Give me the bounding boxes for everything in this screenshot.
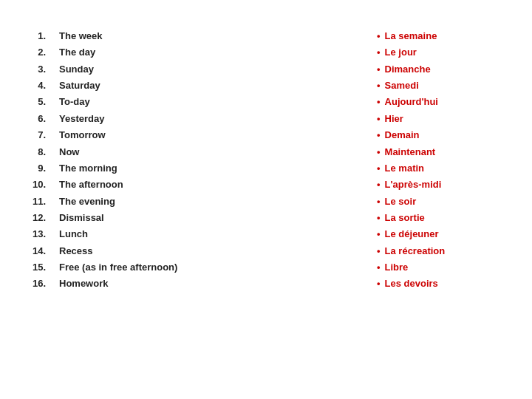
- french-text: Le soir: [385, 194, 417, 210]
- french-term: •Samedi: [377, 78, 510, 94]
- english-term: Now: [59, 144, 177, 160]
- english-term: Lunch: [59, 226, 177, 242]
- page: 1.2.3.4.5.6.7.8.9.10.11.12.13.14.15.16. …: [0, 0, 532, 399]
- english-column: The weekThe daySundaySaturdayTo-dayYeste…: [59, 28, 177, 293]
- bullet-icon: •: [377, 243, 381, 259]
- french-text: Le jour: [385, 44, 417, 61]
- french-text: Les devoirs: [385, 276, 438, 292]
- french-term: •Dimanche: [377, 61, 510, 78]
- number-item: 12.: [22, 210, 46, 226]
- left-column: 1.2.3.4.5.6.7.8.9.10.11.12.13.14.15.16. …: [22, 28, 347, 293]
- number-item: 15.: [22, 259, 46, 276]
- english-term: The day: [59, 44, 177, 61]
- french-column: •La semaine•Le jour•Dimanche•Samedi•Aujo…: [377, 28, 510, 293]
- number-item: 6.: [22, 111, 46, 127]
- french-term: •L'après-midi: [377, 177, 510, 193]
- content-area: 1.2.3.4.5.6.7.8.9.10.11.12.13.14.15.16. …: [22, 28, 510, 293]
- number-item: 16.: [22, 276, 46, 292]
- english-term: To-day: [59, 94, 177, 110]
- french-text: Libre: [385, 259, 409, 276]
- french-term: •La semaine: [377, 28, 510, 44]
- number-item: 2.: [22, 44, 46, 61]
- bullet-icon: •: [377, 194, 381, 210]
- french-term: •La récreation: [377, 243, 510, 259]
- number-item: 9.: [22, 160, 46, 177]
- french-text: La sortie: [385, 210, 425, 226]
- french-text: Demain: [385, 127, 420, 143]
- french-text: Le matin: [385, 160, 424, 177]
- french-text: Hier: [385, 111, 403, 127]
- bullet-icon: •: [377, 111, 381, 127]
- french-term: •Demain: [377, 127, 510, 143]
- french-term: •Maintenant: [377, 144, 510, 160]
- french-text: L'après-midi: [385, 177, 442, 193]
- english-term: Saturday: [59, 78, 177, 94]
- number-item: 14.: [22, 243, 46, 259]
- english-term: The week: [59, 28, 177, 44]
- french-text: La semaine: [385, 28, 437, 44]
- english-term: Recess: [59, 243, 177, 259]
- number-item: 13.: [22, 226, 46, 242]
- french-text: Maintenant: [385, 144, 436, 160]
- number-item: 10.: [22, 177, 46, 193]
- french-term: •Hier: [377, 111, 510, 127]
- bullet-icon: •: [377, 127, 381, 143]
- number-item: 11.: [22, 194, 46, 210]
- bullet-icon: •: [377, 144, 381, 160]
- french-term: •Le déjeuner: [377, 226, 510, 242]
- bullet-icon: •: [377, 160, 381, 177]
- number-item: 1.: [22, 28, 46, 44]
- english-term: Sunday: [59, 61, 177, 78]
- bullet-icon: •: [377, 44, 381, 61]
- english-term: The afternoon: [59, 177, 177, 193]
- french-term: •Le matin: [377, 160, 510, 177]
- bullet-icon: •: [377, 259, 381, 276]
- french-term: •Les devoirs: [377, 276, 510, 292]
- bullet-icon: •: [377, 28, 381, 44]
- english-term: Yesterday: [59, 111, 177, 127]
- french-text: Samedi: [385, 78, 419, 94]
- english-term: Tomorrow: [59, 127, 177, 143]
- bullet-icon: •: [377, 177, 381, 193]
- numbers-column: 1.2.3.4.5.6.7.8.9.10.11.12.13.14.15.16.: [22, 28, 46, 293]
- bullet-icon: •: [377, 276, 381, 292]
- english-term: Homework: [59, 276, 177, 292]
- french-term: •Aujourd'hui: [377, 94, 510, 110]
- number-item: 3.: [22, 61, 46, 78]
- number-item: 5.: [22, 94, 46, 110]
- french-term: •La sortie: [377, 210, 510, 226]
- english-term: The morning: [59, 160, 177, 177]
- number-item: 4.: [22, 78, 46, 94]
- bullet-icon: •: [377, 94, 381, 110]
- french-term: •Le soir: [377, 194, 510, 210]
- french-text: Dimanche: [385, 61, 431, 78]
- french-text: Le déjeuner: [385, 226, 439, 242]
- bullet-icon: •: [377, 78, 381, 94]
- english-term: Dismissal: [59, 210, 177, 226]
- french-text: Aujourd'hui: [385, 94, 438, 110]
- french-term: •Libre: [377, 259, 510, 276]
- english-term: Free (as in free afternoon): [59, 259, 177, 276]
- number-item: 8.: [22, 144, 46, 160]
- french-term: •Le jour: [377, 44, 510, 61]
- english-term: The evening: [59, 194, 177, 210]
- bullet-icon: •: [377, 61, 381, 78]
- bullet-icon: •: [377, 226, 381, 242]
- number-item: 7.: [22, 127, 46, 143]
- french-text: La récreation: [385, 243, 446, 259]
- bullet-icon: •: [377, 210, 381, 226]
